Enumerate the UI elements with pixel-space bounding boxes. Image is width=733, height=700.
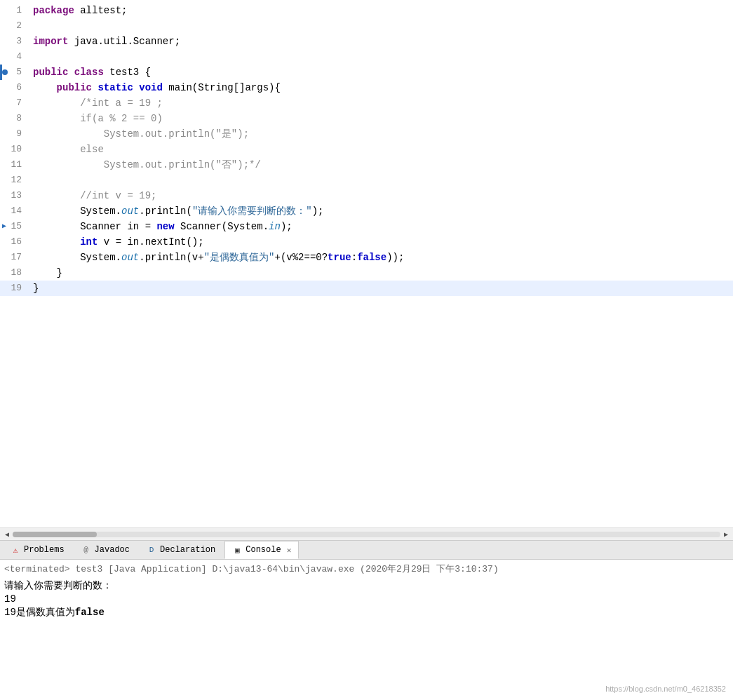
line-content: System.out.println("请输入你需要判断的数："); (27, 203, 733, 219)
line-number: 11 (2, 157, 27, 173)
code-token: static (97, 82, 139, 93)
line-content: import java.util.Scanner; (27, 34, 733, 49)
code-token: else (33, 144, 104, 155)
code-token: import (33, 36, 74, 47)
line-number: 8 (2, 111, 27, 126)
scroll-right-arrow[interactable]: ▶ (720, 529, 732, 540)
horizontal-scrollbar[interactable]: ◀ ▶ (0, 527, 733, 540)
code-token: in (269, 221, 281, 232)
code-token: out (121, 206, 139, 217)
line-number: 10 (2, 142, 27, 157)
code-token: )); (386, 252, 404, 263)
code-token: : (351, 252, 357, 263)
code-line: 7 /*int a = 19 ; (0, 95, 733, 111)
code-line: 19} (0, 281, 733, 296)
bottom-tabs-bar: ⚠Problems@JavadocDDeclaration▣Console✕ (0, 540, 733, 560)
line-number: 1 (2, 3, 27, 18)
code-line: 15 Scanner in = new Scanner(System.in); (0, 219, 733, 234)
code-token: "是偶数真值为" (204, 252, 275, 263)
line-content: //int v = 19; (27, 188, 733, 203)
code-token: //int v = 19; (33, 190, 156, 201)
line-number: 7 (2, 95, 27, 111)
line-content: public static void main(String[]args){ (27, 80, 733, 95)
scrollbar-track[interactable] (13, 532, 720, 537)
code-token: } (33, 267, 62, 278)
line-number: 6 (2, 80, 27, 95)
code-token: class (74, 67, 109, 78)
code-line: 3import java.util.Scanner; (0, 34, 733, 49)
line-number: 9 (2, 126, 27, 142)
line-number: 2 (2, 18, 27, 34)
code-token: "请输入你需要判断的数：" (192, 206, 312, 217)
code-token: public (33, 82, 97, 93)
code-token: v = in.nextInt(); (104, 236, 204, 248)
line-number: 3 (2, 34, 27, 49)
code-line: 2 (0, 18, 733, 34)
line-number: 15 (2, 219, 27, 234)
code-token: package (33, 5, 80, 16)
javadoc-tab-label: Javadoc (95, 545, 130, 555)
console-input-prompt: 请输入你需要判断的数： (4, 579, 729, 592)
line-content: } (27, 265, 733, 281)
code-token: void (139, 82, 168, 93)
declaration-tab-icon: D (147, 545, 156, 555)
line-content: public class test3 { (27, 65, 733, 80)
code-line: 17 System.out.println(v+"是偶数真值为"+(v%2==0… (0, 250, 733, 265)
line-number: 4 (2, 49, 27, 65)
code-line: 18 } (0, 265, 733, 281)
code-line: 5public class test3 { (0, 65, 733, 80)
code-token: System. (33, 252, 121, 263)
code-token: Scanner(System. (180, 221, 269, 232)
line-content: int v = in.nextInt(); (27, 234, 733, 250)
code-token: out (121, 252, 139, 263)
console-tab-label: Console (246, 545, 281, 555)
console-output-false: false (75, 607, 105, 618)
tab-problems[interactable]: ⚠Problems (3, 541, 72, 559)
code-token: System.out.println("否");*/ (33, 159, 261, 170)
editor-area: 1package alltest;2 3import java.util.Sca… (0, 0, 733, 540)
line-number: 17 (2, 250, 27, 265)
line-number: 14 (2, 203, 27, 219)
tab-console[interactable]: ▣Console✕ (224, 541, 299, 559)
code-token: Scanner in = (33, 221, 156, 232)
code-line: 13 //int v = 19; (0, 188, 733, 203)
code-token: .println(v+ (139, 252, 203, 263)
code-token: if(a % 2 == 0) (33, 113, 163, 124)
code-line: 4 (0, 49, 733, 65)
console-number: 19 (4, 593, 729, 605)
tab-declaration[interactable]: DDeclaration (139, 541, 223, 559)
problems-tab-label: Problems (24, 545, 65, 555)
line-content: /*int a = 19 ; (27, 95, 733, 111)
scroll-left-arrow[interactable]: ◀ (1, 529, 13, 540)
code-line: 9 System.out.println("是"); (0, 126, 733, 142)
code-token: new (156, 221, 180, 232)
code-token: System.out.println("是"); (33, 128, 249, 140)
code-token: public (33, 67, 74, 78)
line-content (27, 18, 733, 34)
line-content: } (27, 281, 733, 296)
line-number: 12 (2, 173, 27, 188)
code-token: true (328, 252, 351, 263)
line-number: 18 (2, 265, 27, 281)
line-number: 13 (2, 188, 27, 203)
code-token: false (357, 252, 386, 263)
console-tab-icon: ▣ (232, 545, 242, 555)
code-line: 14 System.out.println("请输入你需要判断的数："); (0, 203, 733, 219)
line-content: if(a % 2 == 0) (27, 111, 733, 126)
console-area: <terminated> test3 [Java Application] D:… (0, 560, 733, 700)
line-content (27, 49, 733, 65)
line-content: System.out.println(v+"是偶数真值为"+(v%2==0?tr… (27, 250, 733, 265)
code-token: main(String[]args){ (168, 82, 281, 93)
code-line: 12 (0, 173, 733, 188)
scrollbar-thumb[interactable] (13, 532, 97, 537)
console-terminated-line: <terminated> test3 [Java Application] D:… (4, 563, 729, 575)
javadoc-tab-icon: @ (81, 545, 91, 555)
code-lines: 1package alltest;2 3import java.util.Sca… (0, 0, 733, 527)
code-token (33, 236, 80, 248)
code-token: test3 { (109, 67, 151, 78)
code-token: .println( (139, 206, 192, 217)
console-tab-close[interactable]: ✕ (287, 546, 292, 555)
line-content: System.out.println("否");*/ (27, 157, 733, 173)
code-token: ); (312, 206, 324, 217)
tab-javadoc[interactable]: @Javadoc (74, 541, 137, 559)
